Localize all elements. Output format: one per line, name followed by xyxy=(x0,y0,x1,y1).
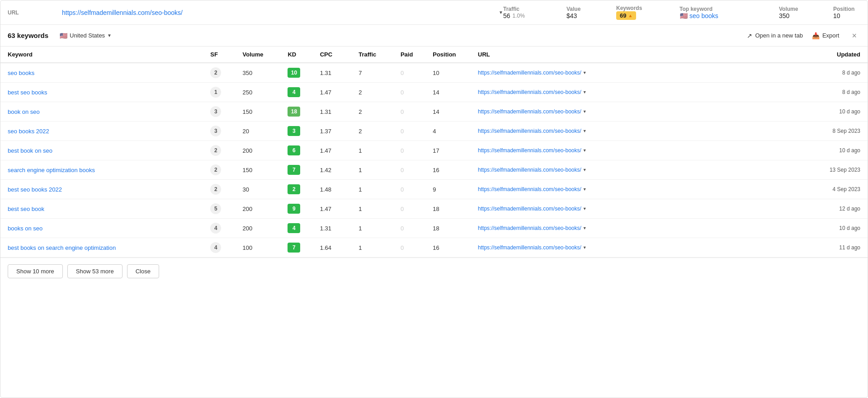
traffic-cell: 2 xyxy=(355,83,397,102)
sf-badge: 4 xyxy=(210,223,221,234)
volume-value: 350 xyxy=(779,12,789,19)
keyword-link[interactable]: best seo books xyxy=(8,89,47,96)
url-dropdown-arrow[interactable]: ▼ xyxy=(583,245,587,250)
row-url-link[interactable]: https://selfmademillennials.com/seo-book… xyxy=(478,89,793,95)
col-sf: SF xyxy=(207,47,239,63)
keyword-link[interactable]: seo books xyxy=(8,70,34,76)
kd-cell: 10 xyxy=(288,68,300,78)
keywords-table-wrapper: Keyword SF Volume KD CPC Traffic Paid Po… xyxy=(0,47,868,258)
show-53-more-button[interactable]: Show 53 more xyxy=(67,264,123,278)
row-url-link[interactable]: https://selfmademillennials.com/seo-book… xyxy=(478,244,793,251)
col-keyword: Keyword xyxy=(0,47,207,63)
cpc-cell: 1.48 xyxy=(316,180,355,199)
url-dropdown-arrow[interactable]: ▼ xyxy=(499,10,503,15)
keyword-link[interactable]: best seo book xyxy=(8,206,44,212)
position-label: Position xyxy=(833,6,854,12)
country-selector[interactable]: 🇺🇸 United States ▼ xyxy=(56,30,115,41)
sf-badge: 2 xyxy=(210,184,221,195)
country-dropdown-arrow: ▼ xyxy=(107,33,112,38)
traffic-cell: 7 xyxy=(355,63,397,83)
url-dropdown-arrow[interactable]: ▼ xyxy=(583,206,587,211)
country-flag: 🇺🇸 xyxy=(59,33,67,38)
paid-cell: 0 xyxy=(397,160,429,180)
keyword-link[interactable]: book on seo xyxy=(8,108,40,115)
row-url-link[interactable]: https://selfmademillennials.com/seo-book… xyxy=(478,70,793,76)
url-dropdown-arrow[interactable]: ▼ xyxy=(583,226,587,230)
keyword-link[interactable]: best book on seo xyxy=(8,147,52,154)
kd-cell: 4 xyxy=(288,223,300,233)
row-url-link[interactable]: https://selfmademillennials.com/seo-book… xyxy=(478,225,793,231)
volume-cell: 150 xyxy=(239,160,284,180)
position-cell: 18 xyxy=(429,219,474,238)
traffic-cell: 1 xyxy=(355,180,397,199)
traffic-value: 56 1.0% xyxy=(503,12,525,19)
table-row: best seo book 5 200 9 1.47 1 0 18 https:… xyxy=(0,199,868,219)
url-dropdown-arrow[interactable]: ▼ xyxy=(583,70,587,75)
traffic-cell: 1 xyxy=(355,238,397,258)
value-label: Value xyxy=(566,6,580,12)
row-url-link[interactable]: https://selfmademillennials.com/seo-book… xyxy=(478,206,793,212)
keyword-link[interactable]: best books on search engine optimization xyxy=(8,244,116,251)
url-dropdown-arrow[interactable]: ▼ xyxy=(583,109,587,114)
open-new-tab-link[interactable]: ↗︎ Open in a new tab xyxy=(747,32,803,39)
cpc-cell: 1.47 xyxy=(316,199,355,219)
show-10-more-button[interactable]: Show 10 more xyxy=(8,264,63,278)
updated-cell: 8 d ago xyxy=(797,63,868,83)
value-value: $43 xyxy=(566,12,577,19)
volume-cell: 100 xyxy=(239,238,284,258)
kd-cell: 6 xyxy=(288,145,300,155)
sf-badge: 5 xyxy=(210,203,221,214)
kd-trend-icon: ▲ xyxy=(628,13,632,18)
cpc-cell: 1.31 xyxy=(316,102,355,122)
table-header-row: Keyword SF Volume KD CPC Traffic Paid Po… xyxy=(0,47,868,63)
kd-cell: 7 xyxy=(288,165,300,175)
url-dropdown-arrow[interactable]: ▼ xyxy=(583,187,587,192)
paid-cell: 0 xyxy=(397,219,429,238)
col-traffic: Traffic xyxy=(355,47,397,63)
close-button[interactable]: Close xyxy=(127,264,159,278)
volume-cell: 20 xyxy=(239,122,284,141)
paid-cell: 0 xyxy=(397,238,429,258)
kd-cell: 9 xyxy=(288,204,300,214)
keyword-link[interactable]: seo books 2022 xyxy=(8,128,49,135)
paid-cell: 0 xyxy=(397,102,429,122)
row-url-link[interactable]: https://selfmademillennials.com/seo-book… xyxy=(478,186,793,192)
kd-cell: 2 xyxy=(288,184,300,194)
traffic-label: Traffic xyxy=(503,6,519,12)
volume-cell: 250 xyxy=(239,83,284,102)
position-cell: 4 xyxy=(429,122,474,141)
export-link[interactable]: 📥 Export xyxy=(812,32,840,39)
row-url-link[interactable]: https://selfmademillennials.com/seo-book… xyxy=(478,128,793,134)
url-dropdown-arrow[interactable]: ▼ xyxy=(583,129,587,133)
top-keyword-link[interactable]: 🇺🇸 seo books xyxy=(679,12,718,19)
row-url-link[interactable]: https://selfmademillennials.com/seo-book… xyxy=(478,167,793,173)
keyword-link[interactable]: best seo books 2022 xyxy=(8,186,62,193)
url-column-label: URL xyxy=(8,9,62,16)
keywords-table: Keyword SF Volume KD CPC Traffic Paid Po… xyxy=(0,47,868,258)
col-updated: Updated xyxy=(797,47,868,63)
url-link[interactable]: https://selfmademillennials.com/seo-book… xyxy=(62,9,497,16)
cpc-cell: 1.31 xyxy=(316,63,355,83)
paid-cell: 0 xyxy=(397,141,429,160)
updated-cell: 8 Sep 2023 xyxy=(797,122,868,141)
position-cell: 18 xyxy=(429,199,474,219)
url-dropdown-arrow[interactable]: ▼ xyxy=(583,148,587,153)
cpc-cell: 1.64 xyxy=(316,238,355,258)
keyword-link[interactable]: search engine optimization books xyxy=(8,167,95,173)
sf-badge: 3 xyxy=(210,126,221,136)
close-icon[interactable]: × xyxy=(848,32,860,40)
kd-badge: 69 ▲ xyxy=(616,11,636,20)
position-value: 10 xyxy=(833,12,840,19)
table-row: search engine optimization books 2 150 7… xyxy=(0,160,868,180)
keywords-header-label: Keywords xyxy=(616,5,642,11)
keyword-link[interactable]: books on seo xyxy=(8,225,42,232)
updated-cell: 8 d ago xyxy=(797,83,868,102)
row-url-link[interactable]: https://selfmademillennials.com/seo-book… xyxy=(478,108,793,115)
paid-cell: 0 xyxy=(397,122,429,141)
url-dropdown-arrow[interactable]: ▼ xyxy=(583,90,587,94)
volume-cell: 350 xyxy=(239,63,284,83)
row-url-link[interactable]: https://selfmademillennials.com/seo-book… xyxy=(478,147,793,154)
updated-cell: 10 d ago xyxy=(797,141,868,160)
traffic-cell: 2 xyxy=(355,102,397,122)
url-dropdown-arrow[interactable]: ▼ xyxy=(583,168,587,172)
